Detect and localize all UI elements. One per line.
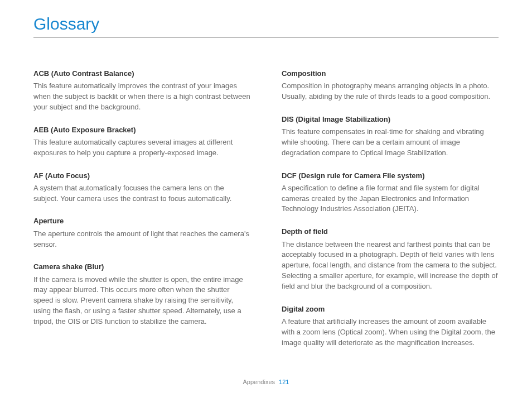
glossary-term: DIS (Digital Image Stabilization) <box>282 114 499 125</box>
glossary-term: Aperture <box>33 216 250 226</box>
glossary-term: ACB (Auto Contrast Balance) <box>33 69 250 79</box>
glossary-definition: A specification to define a file format … <box>282 183 499 215</box>
glossary-definition: The distance between the nearest and far… <box>282 240 499 292</box>
glossary-term: Depth of field <box>282 227 499 237</box>
glossary-definition: This feature automatically captures seve… <box>33 137 250 159</box>
column-right: CompositionComposition in photography me… <box>282 69 499 360</box>
title-rule <box>33 37 499 37</box>
glossary-term: AEB (Auto Exposure Bracket) <box>33 125 250 135</box>
glossary-definition: A feature that artificially increases th… <box>282 317 499 348</box>
glossary-entry: DCF (Design rule for Camera File system)… <box>282 171 499 215</box>
glossary-term: AF (Auto Focus) <box>33 171 250 181</box>
glossary-entry: ApertureThe aperture controls the amount… <box>33 216 250 250</box>
footer-page-number: 121 <box>279 379 289 385</box>
glossary-term: Camera shake (Blur) <box>33 262 250 272</box>
glossary-definition: This feature automatically improves the … <box>33 81 250 113</box>
page-footer: Appendixes 121 <box>0 379 532 385</box>
glossary-definition: A system that automatically focuses the … <box>33 183 250 204</box>
glossary-definition: This feature compensates in real-time fo… <box>282 127 499 159</box>
glossary-entry: AF (Auto Focus)A system that automatical… <box>33 171 250 204</box>
glossary-entry: Camera shake (Blur)If the camera is move… <box>33 262 250 327</box>
glossary-definition: Composition in photography means arrangi… <box>282 81 499 102</box>
glossary-term: Digital zoom <box>282 304 499 314</box>
glossary-entry: ACB (Auto Contrast Balance)This feature … <box>33 69 250 113</box>
footer-section: Appendixes <box>243 379 275 385</box>
glossary-entry: DIS (Digital Image Stabilization)This fe… <box>282 114 499 159</box>
glossary-entry: AEB (Auto Exposure Bracket)This feature … <box>33 125 250 159</box>
glossary-term: Composition <box>282 69 499 79</box>
glossary-entry: CompositionComposition in photography me… <box>282 69 499 102</box>
page: Glossary ACB (Auto Contrast Balance)This… <box>0 0 532 402</box>
glossary-entry: Digital zoomA feature that artificially … <box>282 304 499 348</box>
glossary-columns: ACB (Auto Contrast Balance)This feature … <box>33 69 499 360</box>
glossary-definition: The aperture controls the amount of ligh… <box>33 229 250 250</box>
column-left: ACB (Auto Contrast Balance)This feature … <box>33 69 250 360</box>
page-title: Glossary <box>33 15 499 34</box>
glossary-term: DCF (Design rule for Camera File system) <box>282 171 499 181</box>
glossary-definition: If the camera is moved while the shutter… <box>33 275 250 327</box>
glossary-entry: Depth of fieldThe distance between the n… <box>282 227 499 291</box>
